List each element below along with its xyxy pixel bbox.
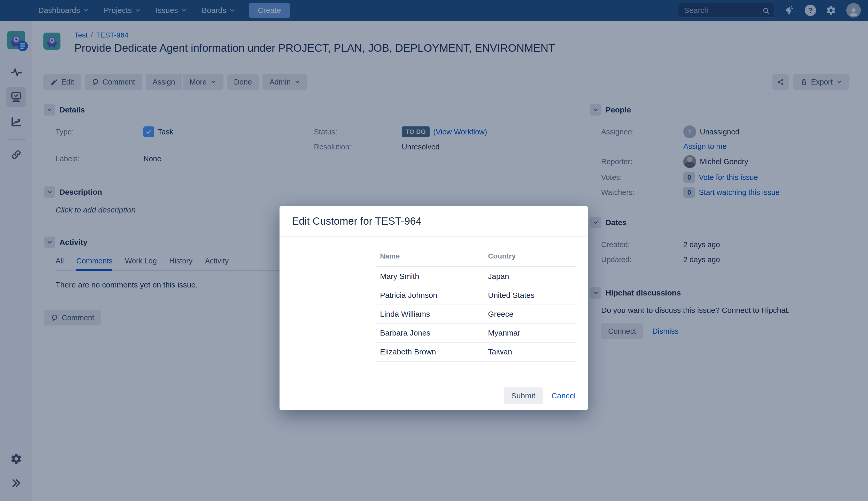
cell-name: Barbara Jones: [376, 324, 484, 342]
cell-country: United States: [484, 286, 576, 305]
cell-country: Myanmar: [484, 324, 576, 342]
dialog-title: Edit Customer for TEST-964: [292, 215, 421, 227]
column-header-name: Name: [376, 252, 484, 267]
cell-name: Patricia Johnson: [376, 286, 484, 305]
dialog-body: Name Country Mary Smith Japan Patricia J…: [279, 236, 588, 381]
dialog-header: Edit Customer for TEST-964: [279, 206, 588, 236]
dialog-footer: Submit Cancel: [279, 381, 588, 410]
table-row[interactable]: Elizabeth Brown Taiwan: [376, 342, 576, 361]
column-header-country: Country: [484, 252, 576, 267]
cell-country: Taiwan: [484, 342, 576, 361]
table-header-row: Name Country: [376, 252, 576, 267]
table-row[interactable]: Linda Williams Greece: [376, 305, 576, 324]
table-row[interactable]: Patricia Johnson United States: [376, 286, 576, 305]
customer-table: Name Country Mary Smith Japan Patricia J…: [376, 252, 576, 362]
edit-customer-dialog: Edit Customer for TEST-964 Name Country …: [279, 206, 588, 410]
table-row[interactable]: Barbara Jones Myanmar: [376, 324, 576, 342]
cancel-link[interactable]: Cancel: [551, 391, 575, 400]
table-row[interactable]: Mary Smith Japan: [376, 267, 576, 286]
jira-issue-page: Dashboards Projects Issues Boards Create: [0, 0, 868, 501]
submit-button[interactable]: Submit: [504, 387, 543, 404]
cell-country: Greece: [484, 305, 576, 324]
cell-name: Elizabeth Brown: [376, 342, 484, 361]
cell-name: Mary Smith: [376, 267, 484, 286]
cell-name: Linda Williams: [376, 305, 484, 324]
cell-country: Japan: [484, 267, 576, 286]
